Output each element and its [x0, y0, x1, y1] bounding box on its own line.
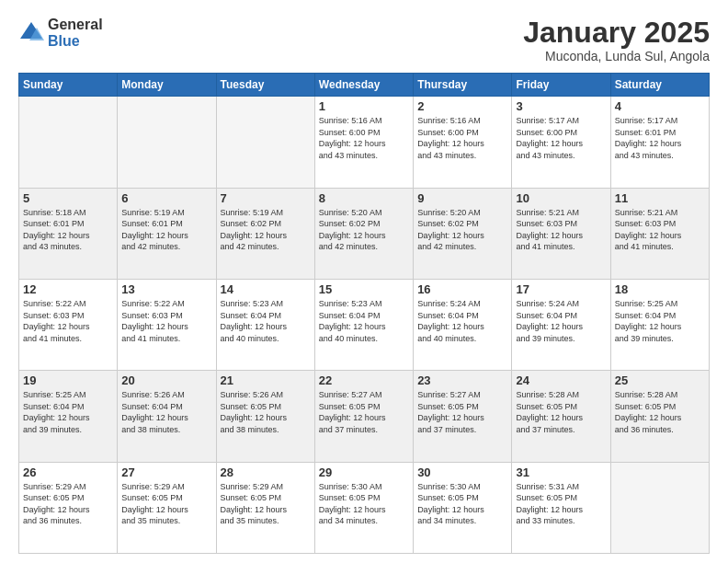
table-row — [216, 97, 314, 188]
calendar-week-row: 26Sunrise: 5:29 AM Sunset: 6:05 PM Dayli… — [19, 462, 710, 553]
day-number: 30 — [417, 465, 507, 479]
col-friday: Friday — [512, 74, 610, 97]
table-row: 29Sunrise: 5:30 AM Sunset: 6:05 PM Dayli… — [314, 462, 413, 553]
day-info: Sunrise: 5:27 AM Sunset: 6:05 PM Dayligh… — [417, 389, 507, 435]
table-row: 28Sunrise: 5:29 AM Sunset: 6:05 PM Dayli… — [216, 462, 314, 553]
day-info: Sunrise: 5:24 AM Sunset: 6:04 PM Dayligh… — [417, 298, 507, 344]
table-row: 8Sunrise: 5:20 AM Sunset: 6:02 PM Daylig… — [314, 188, 413, 279]
day-number: 27 — [121, 465, 211, 479]
day-number: 28 — [221, 465, 311, 479]
table-row: 13Sunrise: 5:22 AM Sunset: 6:03 PM Dayli… — [118, 279, 216, 370]
day-number: 9 — [417, 191, 507, 205]
day-info: Sunrise: 5:23 AM Sunset: 6:04 PM Dayligh… — [221, 298, 311, 344]
day-info: Sunrise: 5:31 AM Sunset: 6:05 PM Dayligh… — [516, 481, 606, 527]
day-number: 22 — [319, 373, 409, 387]
day-number: 14 — [221, 282, 311, 296]
day-number: 10 — [516, 191, 606, 205]
calendar-table: Sunday Monday Tuesday Wednesday Thursday… — [18, 73, 710, 554]
table-row: 11Sunrise: 5:21 AM Sunset: 6:03 PM Dayli… — [610, 188, 709, 279]
day-info: Sunrise: 5:21 AM Sunset: 6:03 PM Dayligh… — [516, 207, 606, 253]
day-info: Sunrise: 5:23 AM Sunset: 6:04 PM Dayligh… — [319, 298, 409, 344]
day-number: 3 — [516, 99, 606, 113]
day-info: Sunrise: 5:19 AM Sunset: 6:02 PM Dayligh… — [221, 207, 311, 253]
day-info: Sunrise: 5:25 AM Sunset: 6:04 PM Dayligh… — [615, 298, 705, 344]
table-row: 16Sunrise: 5:24 AM Sunset: 6:04 PM Dayli… — [414, 279, 512, 370]
day-info: Sunrise: 5:20 AM Sunset: 6:02 PM Dayligh… — [417, 207, 507, 253]
calendar-week-row: 12Sunrise: 5:22 AM Sunset: 6:03 PM Dayli… — [19, 279, 710, 370]
calendar-week-row: 19Sunrise: 5:25 AM Sunset: 6:04 PM Dayli… — [19, 371, 710, 462]
day-info: Sunrise: 5:17 AM Sunset: 6:00 PM Dayligh… — [516, 115, 606, 161]
table-row: 31Sunrise: 5:31 AM Sunset: 6:05 PM Dayli… — [512, 462, 610, 553]
day-number: 2 — [417, 99, 507, 113]
day-info: Sunrise: 5:29 AM Sunset: 6:05 PM Dayligh… — [121, 481, 211, 527]
logo: General Blue — [18, 17, 103, 49]
table-row: 4Sunrise: 5:17 AM Sunset: 6:01 PM Daylig… — [610, 97, 709, 188]
table-row: 5Sunrise: 5:18 AM Sunset: 6:01 PM Daylig… — [19, 188, 118, 279]
location-subtitle: Muconda, Lunda Sul, Angola — [523, 49, 710, 63]
table-row: 2Sunrise: 5:16 AM Sunset: 6:00 PM Daylig… — [414, 97, 512, 188]
day-number: 11 — [615, 191, 705, 205]
table-row: 21Sunrise: 5:26 AM Sunset: 6:05 PM Dayli… — [216, 371, 314, 462]
logo-text: General Blue — [48, 17, 103, 49]
table-row: 9Sunrise: 5:20 AM Sunset: 6:02 PM Daylig… — [414, 188, 512, 279]
day-number: 16 — [417, 282, 507, 296]
table-row: 27Sunrise: 5:29 AM Sunset: 6:05 PM Dayli… — [118, 462, 216, 553]
day-number: 15 — [319, 282, 409, 296]
col-wednesday: Wednesday — [314, 74, 413, 97]
calendar-week-row: 1Sunrise: 5:16 AM Sunset: 6:00 PM Daylig… — [19, 97, 710, 188]
day-info: Sunrise: 5:26 AM Sunset: 6:05 PM Dayligh… — [221, 389, 311, 435]
table-row: 19Sunrise: 5:25 AM Sunset: 6:04 PM Dayli… — [19, 371, 118, 462]
logo-blue: Blue — [48, 33, 103, 50]
day-info: Sunrise: 5:16 AM Sunset: 6:00 PM Dayligh… — [319, 115, 409, 161]
month-title: January 2025 — [523, 17, 710, 49]
calendar-body: 1Sunrise: 5:16 AM Sunset: 6:00 PM Daylig… — [19, 97, 710, 554]
day-number: 29 — [319, 465, 409, 479]
day-number: 20 — [121, 373, 211, 387]
table-row — [19, 97, 118, 188]
day-info: Sunrise: 5:28 AM Sunset: 6:05 PM Dayligh… — [615, 389, 705, 435]
table-row: 24Sunrise: 5:28 AM Sunset: 6:05 PM Dayli… — [512, 371, 610, 462]
table-row: 18Sunrise: 5:25 AM Sunset: 6:04 PM Dayli… — [610, 279, 709, 370]
day-number: 7 — [221, 191, 311, 205]
title-block: January 2025 Muconda, Lunda Sul, Angola — [523, 17, 710, 63]
day-number: 26 — [23, 465, 113, 479]
day-number: 31 — [516, 465, 606, 479]
table-row: 26Sunrise: 5:29 AM Sunset: 6:05 PM Dayli… — [19, 462, 118, 553]
day-info: Sunrise: 5:29 AM Sunset: 6:05 PM Dayligh… — [23, 481, 113, 527]
day-number: 4 — [615, 99, 705, 113]
table-row: 1Sunrise: 5:16 AM Sunset: 6:00 PM Daylig… — [314, 97, 413, 188]
table-row: 3Sunrise: 5:17 AM Sunset: 6:00 PM Daylig… — [512, 97, 610, 188]
day-info: Sunrise: 5:21 AM Sunset: 6:03 PM Dayligh… — [615, 207, 705, 253]
day-info: Sunrise: 5:30 AM Sunset: 6:05 PM Dayligh… — [417, 481, 507, 527]
day-number: 8 — [319, 191, 409, 205]
table-row: 12Sunrise: 5:22 AM Sunset: 6:03 PM Dayli… — [19, 279, 118, 370]
table-row: 22Sunrise: 5:27 AM Sunset: 6:05 PM Dayli… — [314, 371, 413, 462]
col-tuesday: Tuesday — [216, 74, 314, 97]
table-row: 15Sunrise: 5:23 AM Sunset: 6:04 PM Dayli… — [314, 279, 413, 370]
day-number: 21 — [221, 373, 311, 387]
calendar-week-row: 5Sunrise: 5:18 AM Sunset: 6:01 PM Daylig… — [19, 188, 710, 279]
calendar-header-row: Sunday Monday Tuesday Wednesday Thursday… — [19, 74, 710, 97]
day-info: Sunrise: 5:20 AM Sunset: 6:02 PM Dayligh… — [319, 207, 409, 253]
day-info: Sunrise: 5:22 AM Sunset: 6:03 PM Dayligh… — [23, 298, 113, 344]
day-number: 5 — [23, 191, 113, 205]
col-sunday: Sunday — [19, 74, 118, 97]
day-number: 24 — [516, 373, 606, 387]
table-row: 30Sunrise: 5:30 AM Sunset: 6:05 PM Dayli… — [414, 462, 512, 553]
day-info: Sunrise: 5:28 AM Sunset: 6:05 PM Dayligh… — [516, 389, 606, 435]
day-number: 1 — [319, 99, 409, 113]
day-info: Sunrise: 5:22 AM Sunset: 6:03 PM Dayligh… — [121, 298, 211, 344]
logo-general: General — [48, 17, 103, 33]
table-row — [118, 97, 216, 188]
table-row — [610, 462, 709, 553]
day-info: Sunrise: 5:16 AM Sunset: 6:00 PM Dayligh… — [417, 115, 507, 161]
logo-icon — [18, 20, 44, 46]
day-info: Sunrise: 5:27 AM Sunset: 6:05 PM Dayligh… — [319, 389, 409, 435]
day-info: Sunrise: 5:24 AM Sunset: 6:04 PM Dayligh… — [516, 298, 606, 344]
day-info: Sunrise: 5:26 AM Sunset: 6:04 PM Dayligh… — [121, 389, 211, 435]
table-row: 20Sunrise: 5:26 AM Sunset: 6:04 PM Dayli… — [118, 371, 216, 462]
day-info: Sunrise: 5:17 AM Sunset: 6:01 PM Dayligh… — [615, 115, 705, 161]
day-number: 17 — [516, 282, 606, 296]
table-row: 25Sunrise: 5:28 AM Sunset: 6:05 PM Dayli… — [610, 371, 709, 462]
day-info: Sunrise: 5:18 AM Sunset: 6:01 PM Dayligh… — [23, 207, 113, 253]
